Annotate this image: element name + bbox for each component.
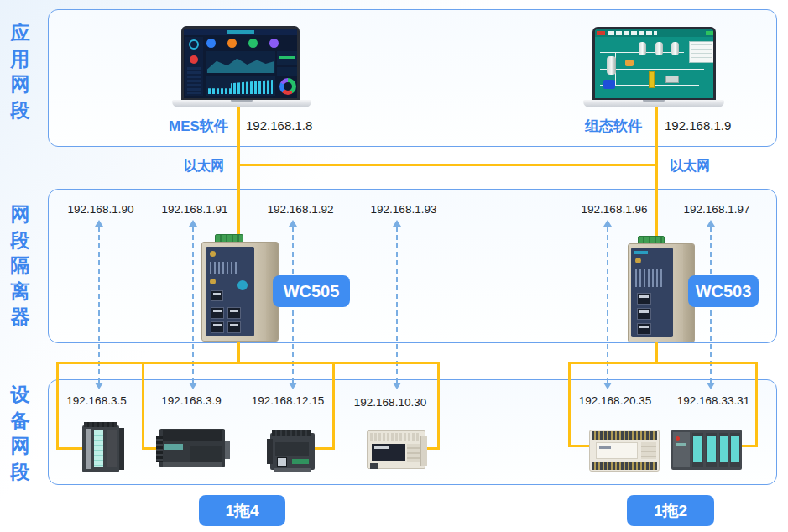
scada-buttons (608, 31, 657, 35)
ethernet-label-left: 以太网 (184, 158, 224, 175)
bus-drop-6 (755, 362, 758, 447)
wan-ip-6: 192.168.1.97 (684, 203, 750, 216)
vessel-3 (671, 42, 679, 55)
section-label-device: 设备网段 (8, 382, 32, 484)
section-label-application: 应用网段 (8, 20, 32, 123)
gateway-front-panel (631, 248, 673, 337)
scada-run-button (706, 31, 715, 35)
device-ip-1: 192.168.3.5 (66, 394, 126, 407)
scada-logo (597, 31, 605, 35)
donut-chart (279, 78, 296, 95)
bus-line-left (56, 362, 440, 364)
status-panel (277, 51, 299, 65)
mitsubishi-fx-plc-device (367, 429, 429, 471)
gateway-wc503-badge: WC503 (688, 275, 759, 307)
gateway-wc505-device (201, 234, 280, 342)
bus-stub-3 (315, 447, 335, 450)
wan-ip-5: 192.168.1.96 (582, 203, 648, 216)
bus-stub-1 (56, 447, 83, 450)
alarm-icon (190, 55, 198, 64)
bus-line-right (568, 362, 758, 364)
device-ip-5: 192.168.20.35 (579, 394, 651, 407)
yellow-column (649, 71, 655, 88)
column-vessel (607, 56, 616, 75)
kpi-dot-orange (227, 39, 237, 48)
gateway-wc503-device (628, 236, 697, 342)
bus-drop-5 (568, 362, 571, 447)
bar-chart (206, 76, 275, 96)
ratio-badge-left: 1拖4 (199, 495, 285, 526)
compact-plc-device (267, 430, 317, 472)
kpi-dot-purple (269, 39, 279, 48)
vessel-2 (655, 42, 663, 55)
scada-ip: 192.168.1.9 (665, 118, 731, 133)
scada-laptop-screen (592, 27, 716, 100)
wan-ip-4: 192.168.1.93 (371, 203, 437, 216)
device-ip-3: 192.168.12.15 (252, 394, 324, 407)
siemens-module-device (82, 422, 124, 472)
scada-software-label: 组态软件 (585, 117, 642, 136)
ratio-badge-right: 1拖2 (627, 495, 714, 526)
network-topology-diagram: 应用网段 网段隔离器 设备网段 (0, 0, 788, 532)
wan-ip-1: 192.168.1.90 (68, 203, 134, 216)
bus-stub-5 (568, 445, 592, 447)
alarm-list (187, 67, 201, 94)
ethernet-label-right: 以太网 (670, 158, 710, 175)
mes-ip: 192.168.1.8 (246, 118, 312, 133)
valve-icon (625, 60, 634, 66)
bus-drop-4 (437, 362, 440, 450)
kpi-dot-blue (206, 39, 216, 48)
siemens-plc-device (156, 429, 230, 469)
bus-drop-3 (332, 362, 335, 450)
mes-laptop-base (172, 100, 311, 107)
vessel-1 (639, 42, 646, 55)
delta-plc-device (589, 428, 661, 473)
device-ip-4: 192.168.10.30 (354, 396, 426, 409)
gateway-front-panel (206, 247, 254, 336)
bus-drop-1 (56, 362, 59, 450)
gauge-icon (189, 39, 199, 50)
dashboard-title (227, 30, 254, 34)
status-panel-2 (277, 67, 299, 76)
gateway-wc505-badge: WC505 (273, 275, 350, 307)
section-label-isolator: 网段隔离器 (8, 201, 32, 330)
tank-box (665, 76, 679, 83)
kpi-dot-green (248, 39, 258, 48)
bus-drop-2 (142, 362, 144, 450)
trend-panel (689, 41, 714, 63)
mes-laptop-screen (181, 26, 300, 100)
device-ip-6: 192.168.33.31 (677, 394, 749, 407)
pump-icon (603, 80, 615, 89)
mes-software-label: MES软件 (169, 117, 228, 136)
device-ip-2: 192.168.3.9 (161, 394, 221, 407)
scada-laptop-base (583, 100, 724, 107)
area-chart (206, 51, 275, 73)
ethernet-line-trunk (237, 164, 658, 166)
wan-ip-2: 192.168.1.91 (162, 203, 228, 216)
wan-ip-3: 192.168.1.92 (268, 203, 334, 216)
mitsubishi-q-plc-device (671, 430, 742, 472)
